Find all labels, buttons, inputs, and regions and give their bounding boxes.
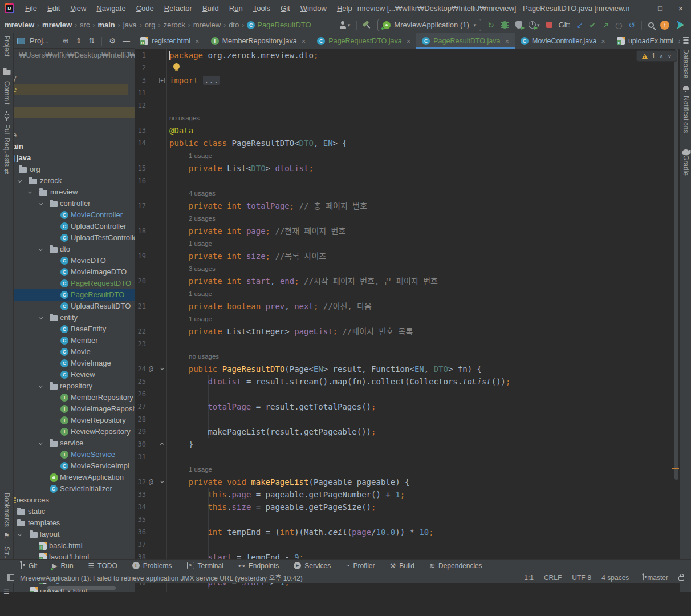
menu-navigate[interactable]: Navigate [91, 4, 131, 13]
tree-item--users-wlfkr-desktop-intellij-mrevie[interactable]: ₩Users₩wlfkr₩Desktop₩IntelliJ₩mrevie [14, 50, 135, 61]
code-editor[interactable]: 1package org.zerock.mreview.dto;23+impor… [135, 49, 680, 592]
line-number[interactable]: 20 [138, 275, 146, 287]
tree-item-mreviewapplication[interactable]: MreviewApplication [14, 472, 135, 483]
run-with-coverage-button[interactable] [515, 21, 522, 29]
tree-item-servletinitializer[interactable]: CServletInitializer [14, 483, 135, 495]
tree-item-movieimage[interactable]: CMovieImage [14, 358, 135, 369]
select-opened-file-icon[interactable]: ⊕ [63, 37, 69, 45]
tree-item-dto[interactable]: dto [14, 244, 135, 255]
code-line[interactable]: 3+import ... [135, 74, 680, 87]
tree-item-uploadtestcontroller[interactable]: CUploadTestController [14, 232, 135, 244]
tab-uploadex-html[interactable]: uploadEx.html× [611, 33, 688, 49]
code-line[interactable]: 18 private int page; //현재 페이지 번호 [135, 225, 680, 237]
minimize-button[interactable]: — [629, 0, 650, 17]
tree-item-mreview[interactable]: mreview [14, 187, 135, 198]
fold-collapse-icon[interactable] [160, 479, 164, 483]
line-number[interactable]: 18 [138, 225, 146, 237]
breadcrumb-item-mreview[interactable]: mreview [5, 21, 34, 29]
tab-memberrepository-java[interactable]: IMemberRepository.java× [205, 33, 312, 49]
breadcrumb-item-src[interactable]: src [80, 21, 90, 29]
git-branch-widget[interactable]: master [639, 574, 668, 582]
code-line[interactable]: 24@ public PageResultDTO(Page<EN> result… [135, 363, 680, 375]
line-ending[interactable]: CRLF [544, 574, 562, 582]
tree-item-movieimagedto[interactable]: CMovieImageDTO [14, 266, 135, 278]
hide-panel-icon[interactable]: — [123, 37, 130, 45]
code-line[interactable]: 20 private int start, end; //시작 페이지 번호, … [135, 275, 680, 287]
tree-item-movieservice[interactable]: IMovieService [14, 449, 135, 460]
breadcrumb-item-pageresultdto[interactable]: CPageResultDTO [247, 21, 311, 29]
code-line[interactable]: 22 private List<Integer> pageList; //페이지… [135, 325, 680, 338]
tree-item-review[interactable]: CReview [14, 369, 135, 380]
menu-window[interactable]: Window [295, 4, 332, 13]
tree-item-movierepository[interactable]: IMovieRepository [14, 415, 135, 426]
encoding[interactable]: UTF-8 [572, 574, 591, 582]
line-number[interactable]: 35 [138, 513, 146, 526]
close-icon[interactable]: × [407, 37, 411, 46]
expand-all-icon[interactable]: ⇕ [76, 37, 82, 45]
code-line[interactable]: 11 [135, 87, 680, 99]
tree-item-moviedto[interactable]: CMovieDTO [14, 255, 135, 266]
tree-item-service[interactable]: service [14, 437, 135, 449]
line-number[interactable]: 11 [138, 87, 146, 99]
tab-register-html[interactable]: register.html× [135, 33, 205, 49]
line-number[interactable]: 22 [138, 325, 146, 338]
tree-item-ain[interactable]: ain [14, 141, 135, 152]
menu-edit[interactable]: Edit [42, 4, 65, 13]
tool-window-button-git[interactable]: Git [17, 562, 37, 570]
tree-item-templates[interactable]: templates [14, 517, 135, 529]
code-line[interactable]: 25 dtoList = result.stream().map(fn).col… [135, 375, 680, 388]
tool-window-button-todo[interactable]: ☰TODO [88, 562, 117, 570]
rollback-button[interactable]: ↺ [628, 21, 635, 29]
code-line[interactable]: 15 private List<DTO> dtoList; [135, 162, 680, 175]
code-line[interactable]: 35 [135, 513, 680, 526]
tree-item-e[interactable]: e [14, 84, 128, 95]
chevron-down-icon[interactable] [28, 190, 32, 194]
tree-item-zerock[interactable]: zerock [14, 175, 135, 187]
tree-item-controller[interactable]: controller [14, 198, 135, 209]
close-icon[interactable]: × [505, 37, 509, 46]
tree-item-member[interactable]: CMember [14, 335, 135, 346]
line-number[interactable]: 25 [138, 375, 146, 388]
code-line[interactable]: 21 private boolean prev, next; //이전, 다음 [135, 300, 680, 313]
code-line[interactable]: 27 totalPage = result.getTotalPages(); [135, 400, 680, 413]
sidebar-item-notifications[interactable]: Notifications [682, 96, 690, 133]
tab-pageresultdto-java[interactable]: CPageResultDTO.java× [416, 33, 515, 49]
next-warning-icon[interactable]: ∨ [668, 53, 672, 59]
tree-item-basic-html[interactable]: basic.html [14, 540, 135, 552]
sidebar-item-pull-requests[interactable]: Pull Requests [3, 124, 11, 167]
tree-item-uploadresultdto[interactable]: CUploadResultDTO [14, 301, 135, 312]
tree-item-e[interactable]: e [14, 129, 135, 141]
tree-item-layout[interactable]: layout [14, 529, 135, 540]
menu-refactor[interactable]: Refactor [159, 4, 197, 13]
breadcrumb-item-dto[interactable]: dto [229, 21, 239, 29]
tree-item-y[interactable]: y [14, 72, 135, 84]
fold-expand-icon[interactable]: + [159, 78, 165, 83]
tree-item-repository[interactable]: repository [14, 380, 135, 392]
tool-window-button-services[interactable]: ▸Services [294, 562, 331, 570]
line-number[interactable]: 24 [138, 363, 146, 375]
code-line[interactable]: 12 [135, 99, 680, 112]
stop-button[interactable] [546, 22, 552, 28]
tree-item-uploadcontroller[interactable]: CUploadController [14, 221, 135, 232]
line-number[interactable]: 13 [138, 124, 146, 137]
menu-code[interactable]: Code [131, 4, 159, 13]
tab-moviecontroller-java[interactable]: CMovieController.java× [515, 33, 611, 49]
project-tree[interactable]: ₩Users₩wlfkr₩Desktop₩IntelliJ₩mrevieyeea… [14, 49, 135, 592]
line-number[interactable]: 30 [138, 438, 146, 451]
code-line[interactable]: 33 this.page = pageable.getPageNumber() … [135, 488, 680, 501]
code-line[interactable]: 34 this.size = pageable.getPageSize(); [135, 501, 680, 513]
tree-row[interactable] [14, 61, 135, 72]
tree-item-org[interactable]: org [14, 164, 135, 175]
search-everywhere-icon[interactable] [648, 22, 654, 28]
tree-item-memberrepository[interactable]: IMemberRepository [14, 392, 135, 403]
tool-window-button-profiler[interactable]: ◔Profiler [346, 562, 375, 570]
menu-build[interactable]: Build [197, 4, 224, 13]
close-icon[interactable]: × [195, 37, 200, 46]
line-number[interactable]: 21 [138, 300, 146, 313]
line-number[interactable]: 12 [138, 99, 146, 112]
code-line[interactable]: 28 [135, 413, 680, 425]
vertical-scrollbar[interactable] [674, 49, 678, 480]
push-button[interactable]: ↗ [602, 21, 609, 29]
tree-item-java[interactable]: java [14, 152, 135, 164]
tree-item-reviewrepository[interactable]: IReviewRepository [14, 426, 135, 437]
